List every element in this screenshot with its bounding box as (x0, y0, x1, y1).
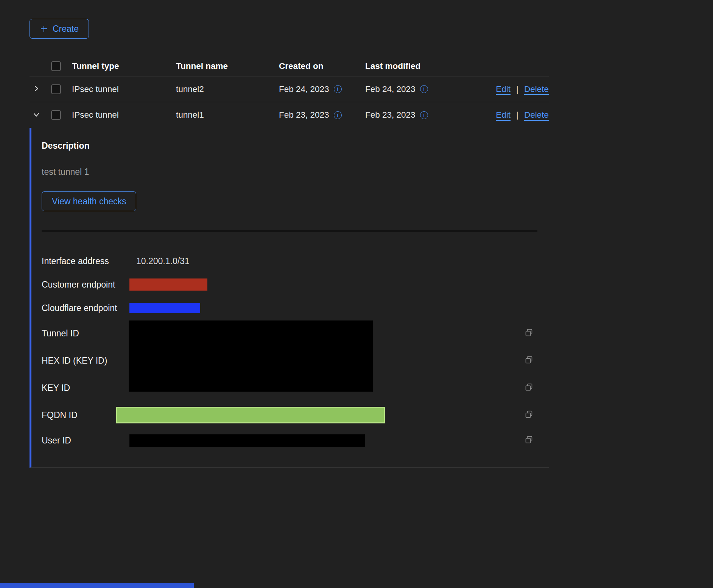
plus-icon (40, 25, 48, 33)
created-on-cell: Feb 23, 2023 (279, 110, 365, 120)
create-button[interactable]: Create (30, 19, 89, 39)
chevron-right-icon (33, 85, 40, 93)
interface-address-label: Interface address (42, 256, 129, 266)
chevron-down-icon (33, 111, 40, 120)
bottom-scroll-indicator (0, 583, 194, 588)
detail-fields: Interface address 10.200.1.0/31 Customer… (42, 249, 537, 452)
header-last-modified: Last modified (365, 61, 475, 71)
tunnel-detail-panel: Description test tunnel 1 View health ch… (30, 128, 549, 468)
last-modified-value: Feb 23, 2023 (365, 110, 416, 120)
fqdn-id-redacted-value (116, 407, 385, 423)
cloudflare-endpoint-label: Cloudflare endpoint (42, 303, 129, 313)
tunnel-name-cell: tunnel2 (176, 84, 279, 94)
tunnel-id-label: Tunnel ID (42, 328, 129, 339)
info-icon[interactable] (334, 85, 342, 93)
copy-key-id-button[interactable] (524, 383, 534, 394)
created-on-value: Feb 24, 2023 (279, 84, 329, 94)
row-checkbox[interactable] (51, 110, 61, 120)
user-id-label: User ID (42, 436, 129, 446)
tunnels-table: Tunnel type Tunnel name Created on Last … (30, 56, 549, 468)
row-checkbox[interactable] (51, 84, 61, 94)
last-modified-cell: Feb 24, 2023 (365, 84, 475, 94)
view-health-checks-label: View health checks (52, 196, 126, 207)
actions-separator: | (516, 110, 518, 120)
info-icon[interactable] (334, 111, 342, 119)
last-modified-cell: Feb 23, 2023 (365, 110, 475, 120)
actions-separator: | (516, 84, 518, 94)
table-header-row: Tunnel type Tunnel name Created on Last … (30, 56, 549, 76)
header-tunnel-type: Tunnel type (72, 61, 176, 71)
edit-link[interactable]: Edit (496, 84, 511, 94)
customer-endpoint-redacted-value (129, 278, 207, 291)
copy-icon (524, 383, 534, 394)
created-on-cell: Feb 24, 2023 (279, 84, 365, 94)
copy-icon (524, 410, 534, 421)
copy-tunnel-id-button[interactable] (524, 328, 534, 339)
tunnel-type-cell: IPsec tunnel (72, 110, 176, 120)
expand-row-button[interactable] (30, 85, 51, 93)
tunnels-page: Create Tunnel type Tunnel name Created o… (0, 0, 713, 588)
info-icon[interactable] (420, 85, 428, 93)
copy-hex-id-button[interactable] (524, 355, 534, 366)
description-value: test tunnel 1 (42, 167, 549, 177)
tunnel-id-redacted-value (129, 320, 373, 392)
select-all-checkbox[interactable] (51, 61, 61, 71)
last-modified-value: Feb 24, 2023 (365, 84, 416, 94)
header-tunnel-name: Tunnel name (176, 61, 279, 71)
copy-fqdn-id-button[interactable] (524, 410, 534, 421)
copy-icon (524, 355, 534, 366)
copy-user-id-button[interactable] (524, 435, 534, 446)
tunnel-name-cell: tunnel1 (176, 110, 279, 120)
description-label: Description (42, 141, 549, 151)
row-actions: Edit | Delete (496, 84, 549, 94)
hex-id-label: HEX ID (KEY ID) (42, 356, 129, 366)
view-health-checks-button[interactable]: View health checks (42, 191, 136, 211)
create-button-label: Create (53, 24, 79, 34)
detail-divider (42, 231, 537, 231)
edit-link[interactable]: Edit (496, 110, 511, 120)
header-created-on: Created on (279, 61, 365, 71)
tunnel-type-cell: IPsec tunnel (72, 84, 176, 94)
collapse-row-button[interactable] (30, 111, 51, 120)
customer-endpoint-label: Customer endpoint (42, 280, 129, 290)
delete-link[interactable]: Delete (524, 84, 549, 94)
row-actions: Edit | Delete (496, 110, 549, 120)
key-id-label: KEY ID (42, 383, 129, 393)
user-id-redacted-value (129, 434, 365, 447)
created-on-value: Feb 23, 2023 (279, 110, 329, 120)
copy-icon (524, 435, 534, 446)
delete-link[interactable]: Delete (524, 110, 549, 120)
table-row: IPsec tunnel tunnel2 Feb 24, 2023 Feb 24… (30, 76, 549, 102)
cloudflare-endpoint-redacted-value (129, 303, 200, 313)
info-icon[interactable] (420, 111, 428, 119)
interface-address-value: 10.200.1.0/31 (129, 256, 521, 266)
table-row: IPsec tunnel tunnel1 Feb 23, 2023 Feb 23… (30, 102, 549, 128)
copy-icon (524, 328, 534, 339)
